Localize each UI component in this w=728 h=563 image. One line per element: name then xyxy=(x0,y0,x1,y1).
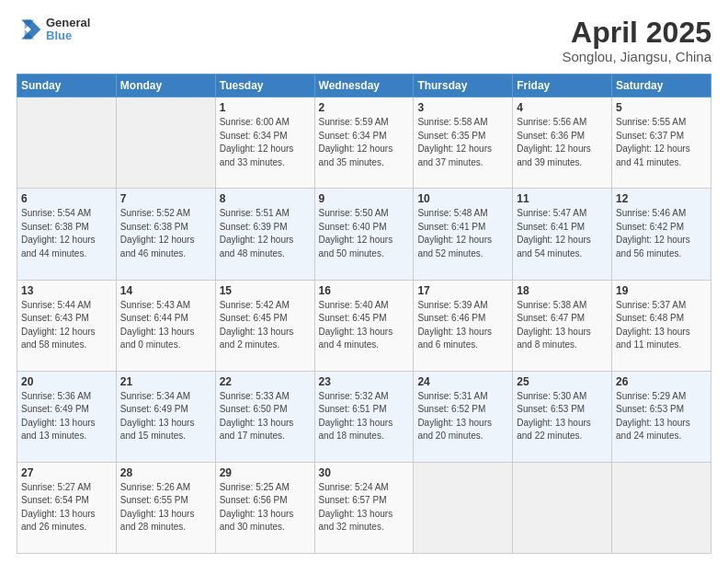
day-info: Sunrise: 5:40 AMSunset: 6:45 PMDaylight:… xyxy=(319,299,410,352)
calendar-cell xyxy=(17,98,117,189)
day-number: 7 xyxy=(120,192,211,205)
calendar-week: 1Sunrise: 6:00 AMSunset: 6:34 PMDaylight… xyxy=(17,98,711,189)
calendar-cell xyxy=(116,98,215,189)
calendar-cell: 7Sunrise: 5:52 AMSunset: 6:38 PMDaylight… xyxy=(116,189,215,280)
calendar-cell: 4Sunrise: 5:56 AMSunset: 6:36 PMDaylight… xyxy=(513,98,612,189)
calendar-cell: 13Sunrise: 5:44 AMSunset: 6:43 PMDayligh… xyxy=(17,280,117,371)
subtitle: Songlou, Jiangsu, China xyxy=(562,49,711,64)
calendar-cell: 8Sunrise: 5:51 AMSunset: 6:39 PMDaylight… xyxy=(215,189,314,280)
calendar-cell: 3Sunrise: 5:58 AMSunset: 6:35 PMDaylight… xyxy=(414,98,513,189)
calendar-cell: 30Sunrise: 5:24 AMSunset: 6:57 PMDayligh… xyxy=(314,462,414,553)
day-info: Sunrise: 5:55 AMSunset: 6:37 PMDaylight:… xyxy=(616,116,707,169)
day-info: Sunrise: 5:32 AMSunset: 6:51 PMDaylight:… xyxy=(319,390,410,443)
calendar-cell xyxy=(612,462,711,553)
calendar-cell: 23Sunrise: 5:32 AMSunset: 6:51 PMDayligh… xyxy=(314,371,414,462)
day-number: 29 xyxy=(220,466,311,479)
day-number: 22 xyxy=(220,375,311,388)
day-number: 16 xyxy=(319,284,410,297)
day-info: Sunrise: 5:24 AMSunset: 6:57 PMDaylight:… xyxy=(319,481,410,534)
title-block: April 2025 Songlou, Jiangsu, China xyxy=(562,17,711,64)
day-number: 23 xyxy=(319,375,410,388)
calendar-cell: 20Sunrise: 5:36 AMSunset: 6:49 PMDayligh… xyxy=(17,371,117,462)
calendar-cell: 18Sunrise: 5:38 AMSunset: 6:47 PMDayligh… xyxy=(513,280,612,371)
day-info: Sunrise: 5:44 AMSunset: 6:43 PMDaylight:… xyxy=(21,299,112,352)
day-info: Sunrise: 5:37 AMSunset: 6:48 PMDaylight:… xyxy=(616,299,707,352)
calendar-week: 20Sunrise: 5:36 AMSunset: 6:49 PMDayligh… xyxy=(17,371,711,462)
day-info: Sunrise: 5:43 AMSunset: 6:44 PMDaylight:… xyxy=(120,299,211,352)
day-number: 28 xyxy=(120,466,211,479)
day-info: Sunrise: 5:42 AMSunset: 6:45 PMDaylight:… xyxy=(220,299,311,352)
day-info: Sunrise: 5:30 AMSunset: 6:53 PMDaylight:… xyxy=(517,390,608,443)
day-header: Friday xyxy=(513,75,612,98)
calendar-cell: 27Sunrise: 5:27 AMSunset: 6:54 PMDayligh… xyxy=(17,462,117,553)
day-number: 18 xyxy=(517,284,608,297)
calendar-body: 1Sunrise: 6:00 AMSunset: 6:34 PMDaylight… xyxy=(17,98,711,554)
calendar-cell: 5Sunrise: 5:55 AMSunset: 6:37 PMDaylight… xyxy=(612,98,711,189)
calendar-header: SundayMondayTuesdayWednesdayThursdayFrid… xyxy=(17,75,711,98)
day-info: Sunrise: 5:56 AMSunset: 6:36 PMDaylight:… xyxy=(517,116,608,169)
day-info: Sunrise: 5:51 AMSunset: 6:39 PMDaylight:… xyxy=(220,207,311,260)
day-number: 15 xyxy=(220,284,311,297)
day-number: 27 xyxy=(21,466,112,479)
calendar-cell: 10Sunrise: 5:48 AMSunset: 6:41 PMDayligh… xyxy=(414,189,513,280)
day-number: 1 xyxy=(220,101,311,114)
logo: General Blue xyxy=(17,17,90,43)
calendar-cell xyxy=(513,462,612,553)
day-info: Sunrise: 5:46 AMSunset: 6:42 PMDaylight:… xyxy=(616,207,707,260)
calendar-cell: 25Sunrise: 5:30 AMSunset: 6:53 PMDayligh… xyxy=(513,371,612,462)
day-info: Sunrise: 5:52 AMSunset: 6:38 PMDaylight:… xyxy=(120,207,211,260)
calendar-cell: 14Sunrise: 5:43 AMSunset: 6:44 PMDayligh… xyxy=(116,280,215,371)
day-number: 8 xyxy=(220,192,311,205)
day-info: Sunrise: 5:50 AMSunset: 6:40 PMDaylight:… xyxy=(319,207,410,260)
day-number: 12 xyxy=(616,192,707,205)
day-number: 14 xyxy=(120,284,211,297)
calendar-cell: 24Sunrise: 5:31 AMSunset: 6:52 PMDayligh… xyxy=(414,371,513,462)
day-info: Sunrise: 5:36 AMSunset: 6:49 PMDaylight:… xyxy=(21,390,112,443)
calendar-cell: 16Sunrise: 5:40 AMSunset: 6:45 PMDayligh… xyxy=(314,280,414,371)
header: General Blue April 2025 Songlou, Jiangsu… xyxy=(17,17,711,64)
day-number: 10 xyxy=(417,192,508,205)
calendar-cell: 26Sunrise: 5:29 AMSunset: 6:53 PMDayligh… xyxy=(612,371,711,462)
calendar-cell: 1Sunrise: 6:00 AMSunset: 6:34 PMDaylight… xyxy=(215,98,314,189)
day-info: Sunrise: 5:39 AMSunset: 6:46 PMDaylight:… xyxy=(417,299,508,352)
day-number: 2 xyxy=(319,101,410,114)
day-info: Sunrise: 5:47 AMSunset: 6:41 PMDaylight:… xyxy=(517,207,608,260)
day-info: Sunrise: 5:26 AMSunset: 6:55 PMDaylight:… xyxy=(120,481,211,534)
day-number: 6 xyxy=(21,192,112,205)
page: General Blue April 2025 Songlou, Jiangsu… xyxy=(0,0,728,563)
day-header: Monday xyxy=(116,75,215,98)
day-number: 26 xyxy=(616,375,707,388)
calendar-week: 13Sunrise: 5:44 AMSunset: 6:43 PMDayligh… xyxy=(17,280,711,371)
day-number: 30 xyxy=(319,466,410,479)
calendar-cell: 29Sunrise: 5:25 AMSunset: 6:56 PMDayligh… xyxy=(215,462,314,553)
day-info: Sunrise: 5:33 AMSunset: 6:50 PMDaylight:… xyxy=(220,390,311,443)
days-row: SundayMondayTuesdayWednesdayThursdayFrid… xyxy=(17,75,711,98)
logo-line2: Blue xyxy=(46,29,90,42)
day-number: 4 xyxy=(517,101,608,114)
day-info: Sunrise: 5:58 AMSunset: 6:35 PMDaylight:… xyxy=(417,116,508,169)
day-info: Sunrise: 5:29 AMSunset: 6:53 PMDaylight:… xyxy=(616,390,707,443)
calendar-cell: 17Sunrise: 5:39 AMSunset: 6:46 PMDayligh… xyxy=(414,280,513,371)
day-info: Sunrise: 5:48 AMSunset: 6:41 PMDaylight:… xyxy=(417,207,508,260)
calendar-cell: 21Sunrise: 5:34 AMSunset: 6:49 PMDayligh… xyxy=(116,371,215,462)
logo-icon xyxy=(17,17,42,42)
day-number: 5 xyxy=(616,101,707,114)
calendar-cell xyxy=(414,462,513,553)
day-number: 24 xyxy=(417,375,508,388)
day-info: Sunrise: 5:54 AMSunset: 6:38 PMDaylight:… xyxy=(21,207,112,260)
day-header: Sunday xyxy=(17,75,117,98)
calendar-cell: 28Sunrise: 5:26 AMSunset: 6:55 PMDayligh… xyxy=(116,462,215,553)
calendar-table: SundayMondayTuesdayWednesdayThursdayFrid… xyxy=(17,74,711,554)
calendar-cell: 12Sunrise: 5:46 AMSunset: 6:42 PMDayligh… xyxy=(612,189,711,280)
day-info: Sunrise: 5:27 AMSunset: 6:54 PMDaylight:… xyxy=(21,481,112,534)
day-number: 9 xyxy=(319,192,410,205)
day-header: Thursday xyxy=(414,75,513,98)
calendar-cell: 19Sunrise: 5:37 AMSunset: 6:48 PMDayligh… xyxy=(612,280,711,371)
day-number: 19 xyxy=(616,284,707,297)
calendar-cell: 9Sunrise: 5:50 AMSunset: 6:40 PMDaylight… xyxy=(314,189,414,280)
calendar-week: 27Sunrise: 5:27 AMSunset: 6:54 PMDayligh… xyxy=(17,462,711,553)
logo-text: General Blue xyxy=(46,17,90,43)
day-number: 13 xyxy=(21,284,112,297)
day-number: 3 xyxy=(417,101,508,114)
day-info: Sunrise: 5:59 AMSunset: 6:34 PMDaylight:… xyxy=(319,116,410,169)
